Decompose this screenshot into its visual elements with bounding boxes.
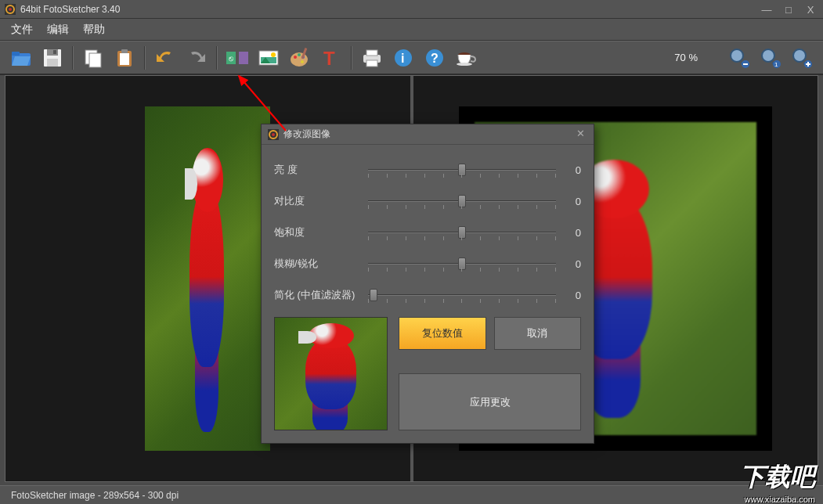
slider-row-2: 饱和度0 bbox=[274, 217, 581, 248]
text-button[interactable]: T bbox=[318, 45, 345, 71]
svg-point-2 bbox=[9, 8, 12, 11]
palette-button[interactable] bbox=[287, 45, 313, 71]
slider-track[interactable] bbox=[368, 193, 556, 209]
slider-value: 0 bbox=[564, 227, 581, 239]
folder-open-icon bbox=[10, 49, 32, 67]
zoom-fit-button[interactable]: 1 bbox=[757, 45, 784, 71]
slider-track[interactable] bbox=[368, 162, 556, 178]
minimize-button[interactable]: — bbox=[759, 4, 774, 15]
text-icon: T bbox=[322, 48, 341, 68]
statusbar: FotoSketcher image - 289x564 - 300 dpi bbox=[0, 485, 823, 504]
svg-point-51 bbox=[272, 133, 275, 136]
slider-label: 简化 (中值滤波器) bbox=[274, 288, 360, 302]
modify-source-button[interactable] bbox=[255, 45, 282, 71]
svg-rect-13 bbox=[121, 49, 128, 53]
zoom-out-button[interactable] bbox=[726, 45, 753, 71]
cancel-button[interactable]: 取消 bbox=[494, 317, 582, 350]
modify-source-dialog: 修改源图像 ✕ 亮 度0对比度0饱和度0模糊/锐化0简化 (中值滤波器)0 复位… bbox=[261, 124, 594, 444]
printer-icon bbox=[361, 49, 383, 67]
svg-rect-28 bbox=[366, 50, 377, 56]
titlebar: 64bit FotoSketcher 3.40 — □ X bbox=[0, 0, 823, 19]
copy-icon bbox=[83, 48, 103, 68]
dialog-icon bbox=[268, 129, 279, 140]
close-window-button[interactable]: X bbox=[803, 4, 818, 15]
print-button[interactable] bbox=[359, 45, 385, 71]
redo-arrow-icon bbox=[186, 49, 207, 67]
zoom-out-icon bbox=[728, 47, 750, 69]
svg-rect-7 bbox=[47, 59, 58, 67]
dialog-close-button[interactable]: ✕ bbox=[573, 128, 587, 142]
svg-text:i: i bbox=[401, 52, 404, 65]
zoom-in-icon bbox=[791, 47, 813, 69]
slider-label: 对比度 bbox=[274, 194, 360, 208]
slider-row-0: 亮 度0 bbox=[274, 154, 581, 185]
effects-icon: ⎋ bbox=[226, 49, 249, 67]
svg-text:1: 1 bbox=[774, 61, 778, 68]
svg-point-21 bbox=[294, 56, 297, 59]
svg-text:?: ? bbox=[431, 52, 439, 65]
donate-button[interactable] bbox=[453, 45, 479, 71]
svg-point-44 bbox=[793, 49, 806, 62]
svg-rect-15 bbox=[239, 52, 248, 64]
slider-row-1: 对比度0 bbox=[274, 185, 581, 217]
source-image-icon bbox=[258, 49, 280, 67]
floppy-disk-icon bbox=[42, 48, 63, 68]
redo-button[interactable] bbox=[183, 45, 210, 71]
zoom-fit-icon: 1 bbox=[760, 47, 781, 69]
apply-button[interactable]: 应用更改 bbox=[399, 373, 581, 430]
slider-row-4: 简化 (中值滤波器)0 bbox=[274, 279, 581, 311]
slider-row-3: 模糊/锐化0 bbox=[274, 248, 581, 279]
dialog-titlebar[interactable]: 修改源图像 ✕ bbox=[262, 124, 594, 145]
slider-label: 模糊/锐化 bbox=[274, 257, 360, 271]
svg-rect-39 bbox=[743, 63, 748, 65]
menu-file[interactable]: 文件 bbox=[11, 23, 33, 37]
app-icon bbox=[5, 4, 16, 15]
slider-value: 0 bbox=[564, 196, 581, 207]
coffee-cup-icon bbox=[456, 49, 476, 67]
slider-label: 饱和度 bbox=[274, 225, 360, 239]
menu-edit[interactable]: 编辑 bbox=[47, 23, 69, 37]
svg-point-40 bbox=[762, 49, 774, 62]
status-text: FotoSketcher image - 289x564 - 300 dpi bbox=[11, 490, 179, 501]
help-icon: ? bbox=[424, 48, 445, 68]
zoom-in-button[interactable] bbox=[789, 45, 815, 71]
svg-text:T: T bbox=[323, 48, 335, 68]
help-button[interactable]: ? bbox=[421, 45, 448, 71]
palette-icon bbox=[289, 48, 311, 68]
info-button[interactable]: i bbox=[390, 45, 417, 71]
dialog-title-text: 修改源图像 bbox=[283, 128, 330, 141]
svg-point-36 bbox=[731, 49, 743, 62]
slider-value: 0 bbox=[564, 164, 581, 176]
svg-rect-12 bbox=[120, 53, 129, 65]
svg-text:⎋: ⎋ bbox=[229, 54, 233, 63]
maximize-button[interactable]: □ bbox=[781, 4, 796, 15]
slider-track[interactable] bbox=[368, 256, 556, 272]
svg-rect-4 bbox=[12, 52, 20, 56]
slider-label: 亮 度 bbox=[274, 163, 360, 177]
slider-value: 0 bbox=[564, 258, 581, 270]
zoom-readout: 70 % bbox=[674, 52, 698, 63]
save-button[interactable] bbox=[39, 45, 66, 71]
clipboard-icon bbox=[114, 48, 135, 68]
svg-point-35 bbox=[457, 63, 472, 66]
paste-button[interactable] bbox=[111, 45, 138, 71]
copy-button[interactable] bbox=[80, 45, 106, 71]
menu-help[interactable]: 帮助 bbox=[83, 23, 105, 37]
preview-thumbnail bbox=[274, 317, 388, 430]
svg-rect-10 bbox=[89, 53, 101, 67]
slider-track[interactable] bbox=[368, 287, 556, 303]
reset-values-button[interactable]: 复位数值 bbox=[399, 317, 486, 350]
window-title: 64bit FotoSketcher 3.40 bbox=[20, 4, 120, 15]
open-button[interactable] bbox=[8, 45, 34, 71]
undo-button[interactable] bbox=[152, 45, 179, 71]
slider-track[interactable] bbox=[368, 225, 556, 240]
toolbar: ⎋ T i ? 70 % 1 bbox=[0, 41, 823, 75]
info-icon: i bbox=[393, 48, 413, 68]
svg-rect-8 bbox=[53, 50, 56, 54]
drawing-params-button[interactable]: ⎋ bbox=[224, 45, 251, 71]
svg-rect-29 bbox=[366, 60, 377, 67]
undo-arrow-icon bbox=[155, 49, 175, 67]
menubar: 文件 编辑 帮助 bbox=[0, 19, 823, 41]
slider-value: 0 bbox=[564, 290, 581, 301]
svg-point-19 bbox=[271, 52, 276, 57]
